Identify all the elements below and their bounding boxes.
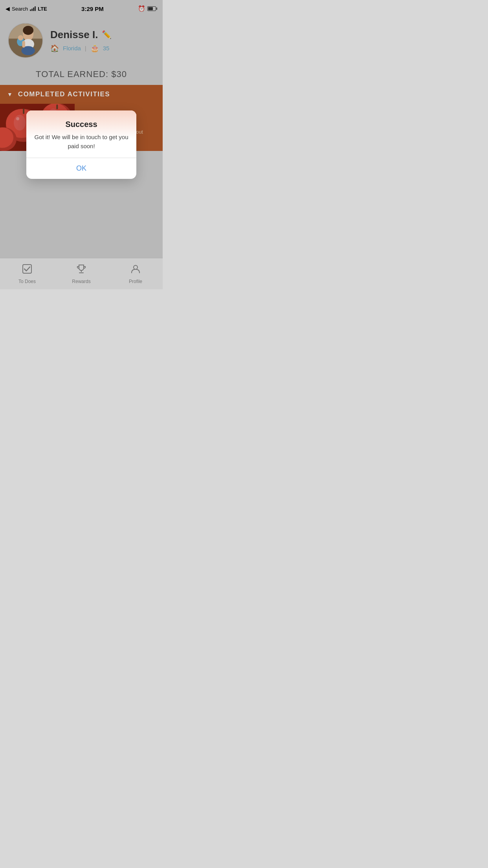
dialog-title: Success <box>34 120 128 129</box>
dialog-overlay: Success Got it! We will be in touch to g… <box>0 0 163 289</box>
dialog-message: Got it! We will be in touch to get you p… <box>34 133 128 151</box>
ok-button[interactable]: OK <box>26 158 136 179</box>
success-dialog: Success Got it! We will be in touch to g… <box>26 110 136 179</box>
dialog-content: Success Got it! We will be in touch to g… <box>26 110 136 158</box>
